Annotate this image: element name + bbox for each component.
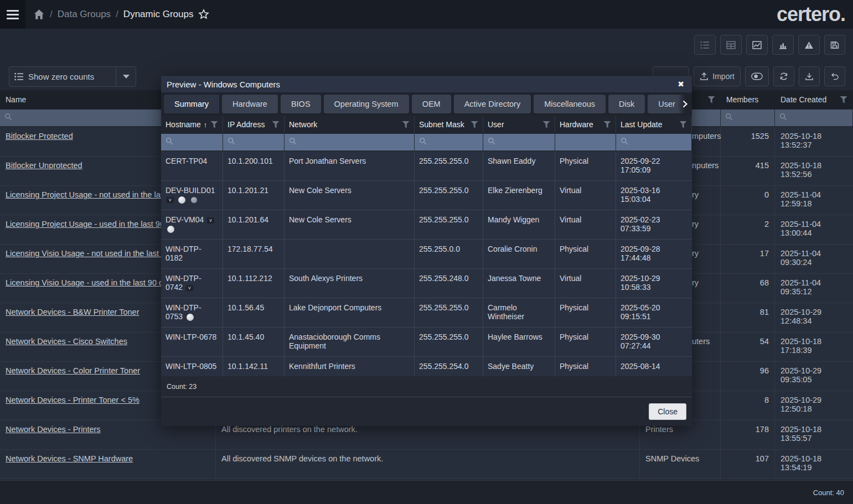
list-view-button[interactable] (694, 35, 716, 55)
undo-button[interactable] (824, 66, 845, 86)
search-filter-user[interactable] (483, 134, 555, 150)
filter-funnel-icon[interactable] (402, 121, 410, 128)
column-header-network[interactable]: Network (285, 116, 415, 133)
filter-funnel-icon[interactable] (542, 121, 550, 128)
group-link[interactable]: Network Devices - Printers (6, 425, 101, 434)
group-link[interactable]: Network Devices - B&W Printer Toner (6, 308, 139, 316)
search-filter-hostname[interactable] (161, 134, 223, 150)
search-input-date-created[interactable] (790, 114, 848, 122)
search-input-user[interactable] (499, 138, 550, 147)
network-cell: South Alexys Printers (285, 269, 415, 298)
group-link[interactable]: Licensing Project Usage - used in the la… (6, 220, 171, 228)
filter-funnel-icon[interactable] (210, 121, 218, 128)
preview-table-body: CERT-TP04 10.1.200.101Port Jonathan Serv… (161, 152, 692, 376)
column-header-subnet-mask[interactable]: Subnet Mask (415, 116, 483, 133)
column-header-hostname[interactable]: Hostname↑ (161, 116, 223, 133)
filter-funnel-icon[interactable] (840, 96, 847, 103)
hostname-cell: DEV-BUILD01 v (161, 181, 223, 210)
filter-funnel-icon[interactable] (272, 121, 280, 128)
line-chart-button[interactable] (746, 35, 768, 55)
show-zero-counts-label[interactable]: Show zero counts (28, 72, 116, 81)
breadcrumb-section[interactable]: Data Groups (58, 9, 111, 20)
search-input-ip-address[interactable] (239, 138, 280, 147)
search-input-hostname[interactable] (177, 138, 218, 147)
column-header-date-created[interactable]: Date Created (775, 90, 853, 109)
tab-operating-system[interactable]: Operating System (324, 95, 409, 113)
home-icon[interactable] (33, 9, 45, 20)
group-date-created-cell: 2025-11-04 09:35:12 (775, 274, 853, 303)
group-link[interactable]: Network Devices - Color Printer Toner (6, 366, 140, 375)
group-link[interactable]: Network Devices - SNMP Hardware (6, 454, 133, 463)
computer-row[interactable]: WIN-DTP-0742 v10.1.112.212South Alexys P… (161, 269, 692, 298)
filter-funnel-icon[interactable] (471, 121, 478, 128)
user-cell: Sadye Beatty (483, 357, 555, 376)
group-link[interactable]: Licensing Project Usage - not used in th… (6, 190, 173, 199)
search-input-subnet-mask[interactable] (430, 138, 478, 147)
column-header-user[interactable]: User (483, 116, 555, 133)
close-icon[interactable]: ✖ (675, 80, 686, 89)
search-filter-hardware[interactable] (555, 134, 616, 150)
computer-row[interactable]: WIN-LTP-0678 10.1.45.40Anastacioborough … (161, 328, 692, 357)
filter-funnel-icon[interactable] (707, 96, 715, 103)
column-header-hardware[interactable]: Hardware (555, 116, 616, 133)
group-link[interactable]: Network Devices - Printer Toner < 5% (6, 396, 139, 404)
group-members-cell: 107 (721, 450, 775, 479)
filter-funnel-icon[interactable] (679, 121, 687, 128)
group-link[interactable]: Bitlocker Unprotected (6, 161, 82, 170)
group-members-cell: 415 (721, 157, 775, 185)
computer-row[interactable]: CERT-TP04 10.1.200.101Port Jonathan Serv… (161, 152, 692, 181)
computer-row[interactable]: WIN-DTP-0753 10.1.56.45Lake Dejonport Co… (161, 298, 692, 328)
tab-disk[interactable]: Disk (608, 95, 645, 113)
computer-row[interactable]: DEV-VM04 v 10.1.201.64New Cole Servers25… (161, 210, 692, 240)
show-zero-counts-dropdown[interactable] (116, 67, 136, 86)
tab-summary[interactable]: Summary (164, 95, 219, 113)
search-filter-date-created[interactable] (775, 110, 852, 126)
tab-oem[interactable]: OEM (412, 95, 451, 113)
filter-funnel-icon[interactable] (603, 121, 611, 128)
group-description-cell: All discovered SNMP devices on the netwo… (216, 450, 640, 479)
search-filter-network[interactable] (285, 134, 414, 150)
favorite-star-icon[interactable] (198, 9, 209, 20)
column-header-ip-address[interactable]: IP Address (223, 116, 285, 133)
group-link[interactable]: Licensing Visio Usage - not used in the … (6, 249, 170, 258)
computer-row[interactable]: WIN-DTP-0182 172.18.77.54255.255.0.0Cora… (161, 240, 692, 269)
tab-miscellaneous[interactable]: Miscellaneous (534, 95, 606, 113)
tab-bios[interactable]: BIOS (281, 95, 321, 113)
search-filter-subnet-mask[interactable] (415, 134, 483, 150)
table-view-button[interactable] (720, 35, 742, 55)
virtual-badge: v (207, 217, 214, 224)
group-date-created-cell: 2025-10-18 13:55:57 (775, 420, 853, 449)
column-header-last-update[interactable]: Last Update (616, 116, 692, 133)
search-filter-last-update[interactable] (616, 134, 691, 150)
close-button[interactable]: Close (649, 403, 686, 420)
group-link[interactable]: Licensing Visio Usage - used in the last… (6, 278, 172, 287)
computer-row[interactable]: WIN-LTP-0805 10.1.142.11Kennithfurt Prin… (161, 357, 692, 376)
search-input-last-update[interactable] (632, 138, 687, 147)
search-input-network[interactable] (300, 138, 410, 147)
hardware-cell: Physical (555, 357, 616, 376)
save-button[interactable] (824, 35, 845, 55)
download-button[interactable] (799, 66, 820, 86)
import-button[interactable]: Import (694, 66, 741, 86)
tab-scroll-right-button[interactable] (678, 92, 692, 116)
hardware-cell: Virtual (555, 210, 616, 239)
refresh-button[interactable] (773, 66, 794, 86)
bar-chart-button[interactable] (772, 35, 794, 55)
group-link[interactable]: Bitlocker Protected (6, 132, 73, 141)
menu-icon[interactable] (0, 0, 25, 29)
alert-button[interactable] (798, 35, 820, 55)
search-filter-members[interactable] (721, 110, 774, 126)
search-input-members[interactable] (736, 114, 770, 122)
group-date-created-cell: 2025-10-18 13:52:37 (775, 127, 853, 156)
subnet-mask-cell: 255.255.255.0 (415, 181, 483, 210)
search-filter-ip-address[interactable] (223, 134, 284, 150)
list-options-icon[interactable] (9, 72, 28, 81)
visibility-toggle-button[interactable] (745, 66, 769, 86)
computer-row[interactable]: DEV-BUILD01 v 10.1.201.21New Cole Server… (161, 181, 692, 210)
tab-active-directory[interactable]: Active Directory (454, 95, 531, 113)
hardware-cell: Physical (555, 298, 616, 327)
group-link[interactable]: Network Devices - Cisco Switches (6, 337, 127, 346)
status-dot-light-icon (187, 314, 194, 321)
column-header-members[interactable]: Members (721, 90, 775, 109)
tab-hardware[interactable]: Hardware (222, 95, 278, 113)
